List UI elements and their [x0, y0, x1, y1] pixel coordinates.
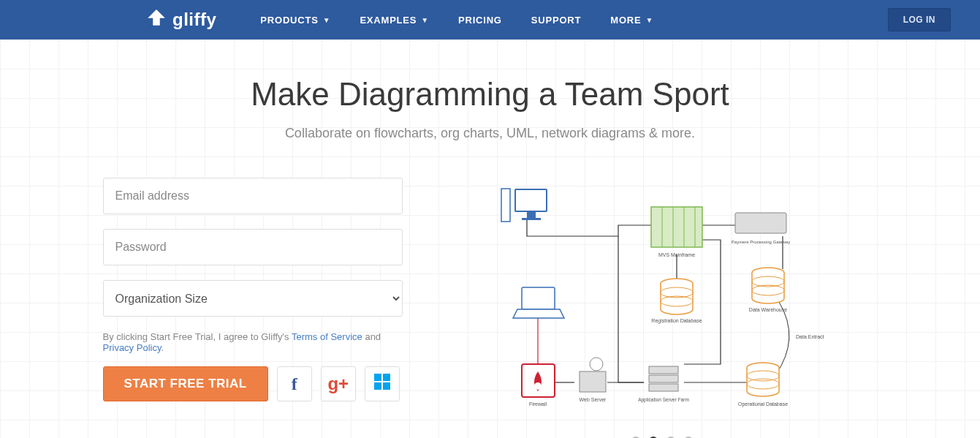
hero-subtitle: Collaborate on flowcharts, org charts, U…	[0, 126, 980, 141]
laptop-icon	[513, 287, 564, 318]
legal-text: By clicking Start Free Trial, I agree to…	[103, 331, 403, 353]
firewall-icon: Firewall	[522, 364, 555, 407]
svg-rect-8	[522, 218, 541, 220]
hero-title: Make Diagramming a Team Sport	[0, 76, 980, 113]
svg-text:Firewall: Firewall	[528, 401, 547, 407]
facebook-login-button[interactable]: f	[277, 366, 312, 401]
windows-login-button[interactable]	[365, 366, 400, 401]
main-content: Make Diagramming a Team Sport Collaborat…	[0, 39, 980, 438]
org-size-select[interactable]: Organization Size	[103, 280, 403, 317]
tos-link[interactable]: Terms of Service	[292, 331, 362, 342]
svg-rect-33	[649, 366, 678, 374]
nav-examples[interactable]: EXAMPLES ▼	[360, 15, 429, 26]
email-input[interactable]	[103, 178, 403, 214]
svg-point-30	[590, 358, 603, 371]
svg-rect-2	[374, 382, 381, 390]
svg-text:Registration Database: Registration Database	[651, 318, 702, 324]
svg-rect-26	[522, 287, 555, 309]
svg-text:Web Server: Web Server	[579, 397, 606, 402]
header-bar: gliffy PRODUCTS ▼ EXAMPLES ▼ PRICING SUP…	[0, 0, 980, 39]
operational-db-icon: Operational Database	[737, 363, 787, 407]
network-diagram-icon: MVS Mainframe Payment Processing Gateway…	[447, 178, 878, 426]
svg-rect-31	[580, 371, 606, 392]
facebook-icon: f	[292, 374, 297, 394]
svg-text:Payment Processing Gateway: Payment Processing Gateway	[731, 240, 789, 244]
app-server-icon: Application Server Farm	[638, 366, 689, 403]
logo[interactable]: gliffy	[146, 7, 216, 32]
password-input[interactable]	[103, 229, 403, 265]
nav-support[interactable]: SUPPORT	[531, 15, 581, 26]
web-server-icon: Web Server	[579, 358, 606, 402]
chevron-down-icon: ▼	[323, 16, 331, 24]
desktop-icon	[501, 189, 547, 222]
google-login-button[interactable]: g+	[321, 366, 356, 401]
svg-rect-3	[383, 382, 390, 390]
svg-text:Data Warehouse: Data Warehouse	[748, 307, 786, 312]
chevron-down-icon: ▼	[421, 16, 429, 24]
registration-db-icon: Registration Database	[651, 279, 702, 324]
google-plus-icon: g+	[327, 374, 349, 394]
mainframe-icon: MVS Mainframe	[651, 207, 702, 257]
svg-rect-0	[374, 374, 381, 381]
signup-form: Organization Size By clicking Start Free…	[103, 178, 403, 438]
privacy-link[interactable]: Privacy Policy	[103, 342, 162, 353]
nav-more[interactable]: MORE ▼	[610, 15, 653, 26]
svg-text:Application Server Farm: Application Server Farm	[638, 397, 689, 403]
chevron-down-icon: ▼	[645, 16, 653, 24]
data-warehouse-icon: Data Warehouse	[748, 268, 786, 312]
svg-text:Operational Database: Operational Database	[737, 401, 787, 407]
svg-rect-1	[383, 374, 390, 381]
svg-text:MVS Mainframe: MVS Mainframe	[658, 252, 694, 257]
svg-rect-4	[501, 189, 510, 222]
svg-rect-34	[649, 375, 678, 382]
start-trial-button[interactable]: START FREE TRIAL	[103, 366, 268, 401]
svg-rect-6	[516, 190, 546, 211]
windows-icon	[374, 374, 390, 394]
svg-rect-7	[527, 212, 536, 218]
logo-text: gliffy	[172, 10, 216, 30]
nav-pricing[interactable]: PRICING	[458, 15, 502, 26]
diagram-preview: MVS Mainframe Payment Processing Gateway…	[447, 178, 878, 438]
svg-point-28	[534, 382, 542, 390]
gateway-icon: Payment Processing Gateway	[731, 213, 789, 244]
nav: PRODUCTS ▼ EXAMPLES ▼ PRICING SUPPORT MO…	[260, 15, 887, 26]
nav-products[interactable]: PRODUCTS ▼	[260, 15, 330, 26]
svg-rect-35	[649, 384, 678, 391]
login-button[interactable]: LOG IN	[888, 8, 951, 31]
svg-text:Data Extract: Data Extract	[796, 334, 824, 339]
gliffy-logo-icon	[146, 7, 167, 32]
svg-rect-15	[735, 213, 786, 233]
